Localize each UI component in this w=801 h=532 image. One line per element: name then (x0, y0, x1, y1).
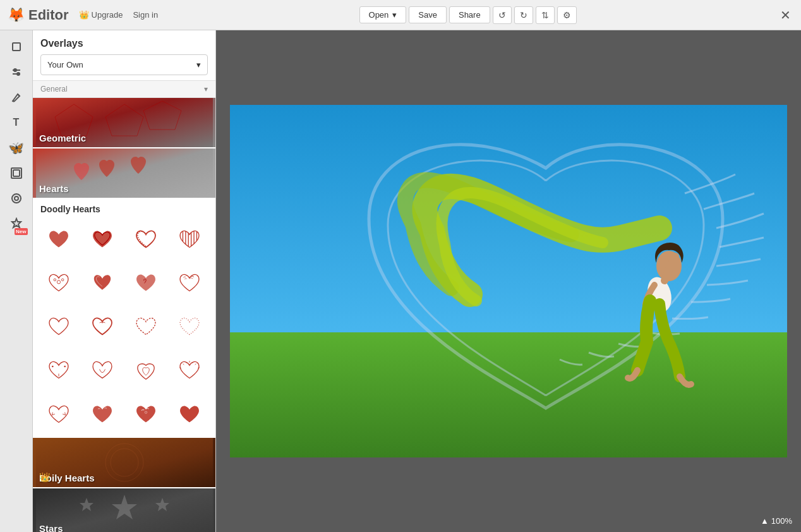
topbar-center: Open ▾ Save Share ↺ ↻ ⇅ ⚙ (359, 6, 577, 24)
svg-line-32 (195, 364, 196, 365)
heart-18[interactable] (81, 394, 123, 435)
svg-rect-56 (230, 332, 787, 457)
adjust-tool[interactable] (5, 61, 28, 83)
canvas-image[interactable] (230, 105, 787, 457)
swap-button[interactable]: ⇅ (536, 6, 555, 24)
general-category-label: General ▾ (33, 81, 215, 98)
doily-hearts-crown: 👑 (39, 472, 50, 482)
open-dropdown-icon: ▾ (392, 10, 397, 20)
zoom-level: 100% (771, 516, 792, 526)
geometric-tile[interactable]: Geometric (33, 98, 215, 147)
svg-point-26 (61, 279, 64, 281)
svg-point-1 (14, 69, 16, 71)
category-dropdown-icon: ▾ (204, 85, 208, 94)
topbar-left: 🦊 Editor 👑 Upgrade Sign in (8, 7, 158, 23)
stars-label: Stars (33, 519, 215, 532)
heart-19[interactable] (126, 394, 167, 435)
heart-5[interactable] (38, 263, 79, 304)
signin-link[interactable]: Sign in (133, 10, 158, 20)
brush-tool[interactable] (5, 86, 28, 109)
svg-line-34 (198, 368, 200, 368)
heart-10[interactable] (81, 307, 123, 348)
heart-2[interactable] (81, 219, 123, 260)
svg-point-5 (12, 194, 21, 203)
overlay-tool[interactable] (5, 187, 28, 210)
geometric-label: Geometric (33, 129, 215, 147)
stars-tile[interactable]: Stars (33, 488, 215, 532)
heart-15[interactable] (126, 351, 167, 392)
sidebar-content: General ▾ (33, 81, 215, 532)
doily-hearts-label: Doily Hearts (33, 469, 215, 487)
doily-hearts-tile[interactable]: Doily Hearts 👑 (33, 438, 215, 487)
sidebar-header: Overlays Your Own ▾ (33, 30, 215, 81)
heart-20[interactable] (169, 394, 210, 435)
upgrade-link[interactable]: 👑 Upgrade (79, 10, 123, 20)
open-button[interactable]: Open ▾ (359, 6, 407, 23)
heart-9[interactable] (38, 307, 79, 348)
topbar: 🦊 Editor 👑 Upgrade Sign in Open ▾ Save S… (0, 0, 801, 30)
heart-1[interactable] (38, 219, 79, 260)
doodly-hearts-title: Doodly Hearts (38, 204, 210, 214)
share-button[interactable]: Share (449, 6, 490, 23)
category-dropdown[interactable]: Your Own ▾ (40, 54, 208, 75)
svg-point-2 (17, 73, 20, 75)
dropdown-chevron-icon: ▾ (196, 60, 201, 70)
heart-16[interactable] (169, 351, 210, 392)
hearts-label: Hearts (33, 179, 215, 198)
svg-line-35 (180, 368, 182, 368)
sidebar-title: Overlays (40, 38, 208, 49)
main-area: T 🦋 New (0, 30, 801, 532)
svg-point-24 (57, 281, 60, 284)
svg-point-25 (54, 279, 56, 281)
topbar-right: ✕ (778, 8, 793, 23)
doodly-hearts-section: Doodly Hearts (33, 199, 215, 438)
heart-8[interactable] (169, 263, 210, 304)
doodly-hearts-grid (38, 219, 210, 435)
heart-7[interactable] (126, 263, 167, 304)
canvas-area: ▲ 100% (216, 30, 801, 532)
svg-point-27 (52, 366, 54, 368)
heart-4[interactable] (169, 219, 210, 260)
zoom-indicator: ▲ 100% (761, 516, 792, 526)
heart-6[interactable] (81, 263, 123, 304)
heart-13[interactable] (38, 351, 79, 392)
close-button[interactable]: ✕ (778, 8, 793, 23)
text-tool[interactable]: T (5, 111, 28, 134)
new-feature-tool[interactable]: New (5, 212, 28, 235)
heart-3[interactable] (126, 219, 167, 260)
app-logo: 🦊 Editor (8, 7, 69, 23)
redo-button[interactable]: ↻ (514, 6, 533, 24)
settings-button[interactable]: ⚙ (557, 6, 577, 24)
svg-rect-0 (13, 43, 20, 51)
svg-point-28 (64, 366, 66, 368)
heart-14[interactable] (81, 351, 123, 392)
new-badge: New (15, 228, 27, 235)
heart-17[interactable] (38, 394, 79, 435)
hearts-tile[interactable]: Hearts (33, 148, 215, 198)
left-toolbar: T 🦋 New (0, 30, 33, 532)
heart-11[interactable] (126, 307, 167, 348)
frame-tool[interactable] (5, 162, 28, 184)
heart-12[interactable] (169, 307, 210, 348)
sticker-tool[interactable]: 🦋 (5, 136, 28, 159)
save-button[interactable]: Save (409, 6, 447, 23)
svg-line-33 (183, 364, 184, 365)
upgrade-icon: 👑 (79, 10, 89, 20)
svg-point-6 (15, 196, 18, 200)
sidebar-panel: Overlays Your Own ▾ General ▾ (33, 30, 216, 532)
undo-button[interactable]: ↺ (493, 6, 512, 24)
zoom-up-arrow[interactable]: ▲ (761, 516, 769, 526)
crop-tool[interactable] (5, 35, 28, 58)
logo-icon: 🦊 (8, 7, 25, 23)
logo-text: Editor (28, 7, 69, 23)
svg-rect-4 (13, 170, 20, 176)
